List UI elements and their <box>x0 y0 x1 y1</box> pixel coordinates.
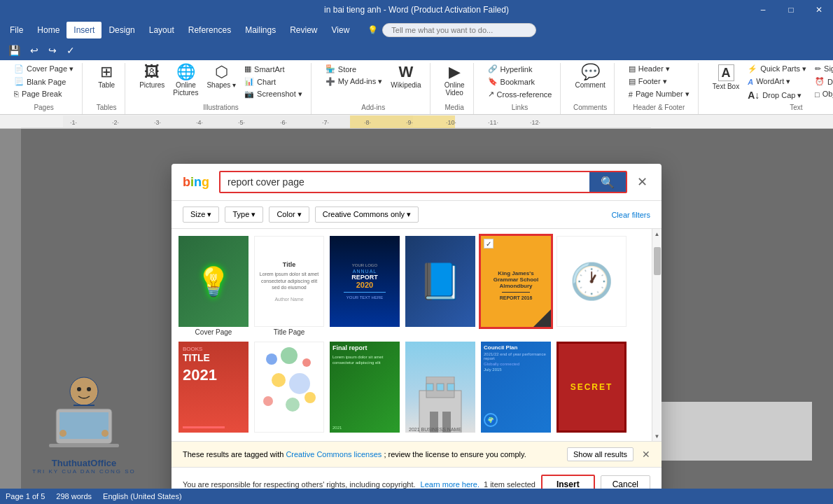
bookmark-btn[interactable]: 🔖 Bookmark <box>485 76 555 88</box>
date-time-btn[interactable]: ⏰ Date & Time <box>812 76 833 88</box>
blank-page-icon: 📃 <box>14 77 24 86</box>
creative-commons-filter-btn[interactable]: Creative Commons only ▾ <box>315 206 419 223</box>
color-filter-btn[interactable]: Color ▾ <box>269 206 309 223</box>
notification-close-btn[interactable]: ✕ <box>642 449 650 460</box>
svg-text:·7·: ·7· <box>322 119 329 126</box>
ruler: ·1· ·2· ·3· ·4· ·5· ·6· ·7· ·8· ·9· ·10·… <box>0 115 833 129</box>
scrollbar-vertical[interactable]: ▲ ▼ <box>652 229 662 441</box>
text-box-label: Text Box <box>713 83 739 90</box>
maximize-btn[interactable]: □ <box>777 0 805 20</box>
wordart-btn[interactable]: A WordArt ▾ <box>745 76 809 88</box>
store-btn[interactable]: 🏪 Store <box>323 63 385 75</box>
redo-btn[interactable]: ↪ <box>46 43 59 57</box>
chart-btn[interactable]: 📊 Chart <box>241 76 305 88</box>
online-video-btn[interactable]: ▶ OnlineVideo <box>442 63 468 98</box>
image-item-9[interactable]: Final report Lorem ipsum dolor sit amet … <box>328 340 401 435</box>
ribbon-group-media: ▶ OnlineVideo Media <box>436 63 474 114</box>
scroll-up-arrow[interactable]: ▲ <box>652 229 662 239</box>
title-text: in bai tieng anh - Word (Product Activat… <box>324 5 509 15</box>
filter-bar: Size ▾ Type ▾ Color ▾ Creative Commons o… <box>172 201 662 229</box>
object-btn[interactable]: □ Object ▾ <box>812 88 833 100</box>
type-filter-btn[interactable]: Type ▾ <box>225 206 263 223</box>
clear-filters-link[interactable]: Clear filters <box>611 211 650 219</box>
online-pictures-dialog: bing 🔍 ✕ Size ▾ Type ▾ Color ▾ Creati <box>172 164 662 489</box>
menu-file[interactable]: File <box>3 22 30 38</box>
image-item-12[interactable]: SECRET <box>555 340 628 435</box>
wikipedia-label: Wikipedia <box>391 81 421 89</box>
learn-more-link[interactable]: Learn more here. <box>421 480 479 489</box>
image-item-2[interactable]: Title Lorem ipsum dolor sit amet consect… <box>253 234 326 337</box>
close-btn[interactable]: ✕ <box>805 0 833 20</box>
menu-mailings[interactable]: Mailings <box>238 22 283 38</box>
ribbon: 📄 Cover Page ▾ 📃 Blank Page ⎘ Page Break… <box>0 60 833 115</box>
search-button[interactable]: 🔍 <box>589 172 626 192</box>
image-item-7[interactable]: BOOKS TITLE 2021 <box>177 340 250 435</box>
wikipedia-btn[interactable]: W Wikipedia <box>388 63 424 90</box>
tell-me-input[interactable] <box>382 23 536 37</box>
save-quick-btn[interactable]: 💾 <box>6 43 23 57</box>
scroll-thumb[interactable] <box>654 247 661 275</box>
menu-insert[interactable]: Insert <box>66 22 102 38</box>
page-number-label: Page Number ▾ <box>636 90 690 99</box>
title-page-img: Title Lorem ipsum dolor sit amet consect… <box>254 236 324 327</box>
svg-text:·12·: ·12· <box>530 119 540 126</box>
wordart-label: WordArt ▾ <box>756 77 790 86</box>
menu-references[interactable]: References <box>181 22 238 38</box>
creative-commons-link[interactable]: Creative Commons licenses <box>286 450 382 458</box>
size-filter-btn[interactable]: Size ▾ <box>183 206 219 223</box>
smartart-btn[interactable]: ▦ SmartArt <box>241 63 305 75</box>
table-label: Table <box>98 81 115 89</box>
menu-home[interactable]: Home <box>30 22 66 38</box>
hyperlink-btn[interactable]: 🔗 Hyperlink <box>485 63 555 75</box>
footer-label: Footer ▾ <box>638 77 667 86</box>
shapes-btn[interactable]: ⬡ Shapes ▾ <box>204 63 239 90</box>
text-box-btn[interactable]: A Text Box <box>710 63 742 92</box>
image-item-5[interactable]: ✓ King James'sGrammar SchoolAlmondbury R… <box>479 234 552 337</box>
page-break-btn[interactable]: ⎘ Page Break <box>11 88 76 99</box>
header-btn[interactable]: ▤ Header ▾ <box>626 63 692 75</box>
online-video-label: OnlineVideo <box>444 81 465 97</box>
ruler-svg: ·1· ·2· ·3· ·4· ·5· ·6· ·7· ·8· ·9· ·10·… <box>21 115 651 128</box>
show-all-results-btn[interactable]: Show all results <box>567 447 634 461</box>
page-number-btn[interactable]: # Page Number ▾ <box>626 88 692 100</box>
modal-close-btn[interactable]: ✕ <box>634 172 650 192</box>
image-item-4[interactable]: 📘 <box>404 234 477 337</box>
footer-btn[interactable]: ▤ Footer ▾ <box>626 76 692 88</box>
footer-icon: ▤ <box>629 77 636 86</box>
cross-ref-btn[interactable]: ↗ Cross-reference <box>485 88 555 100</box>
table-btn[interactable]: ⊞ Table <box>94 63 119 90</box>
pictures-btn[interactable]: 🖼 Pictures <box>136 63 167 90</box>
my-addins-btn[interactable]: ➕ My Add-ins ▾ <box>323 76 385 88</box>
image-item-8[interactable] <box>253 340 326 435</box>
menu-view[interactable]: View <box>325 22 357 38</box>
screenshot-btn[interactable]: 📷 Screenshot ▾ <box>241 88 305 100</box>
search-input[interactable] <box>220 172 589 192</box>
comment-btn[interactable]: 💬 Comment <box>572 63 608 90</box>
minimize-btn[interactable]: – <box>749 0 777 20</box>
checkmark-btn[interactable]: ✓ <box>64 43 78 57</box>
menu-layout[interactable]: Layout <box>142 22 181 38</box>
signature-line-label: Signature Line ▾ <box>824 64 833 74</box>
screenshot-icon: 📷 <box>244 90 254 99</box>
menu-review[interactable]: Review <box>283 22 324 38</box>
drop-cap-btn[interactable]: A↓ Drop Cap ▾ <box>745 88 809 102</box>
cover-page-btn[interactable]: 📄 Cover Page ▾ <box>11 63 76 75</box>
cancel-button[interactable]: Cancel <box>601 475 650 489</box>
signature-line-btn[interactable]: ✏ Signature Line ▾ <box>812 63 833 75</box>
blank-page-btn[interactable]: 📃 Blank Page <box>11 76 76 88</box>
insert-button[interactable]: Insert <box>541 475 595 489</box>
image-box-5: ✓ King James'sGrammar SchoolAlmondbury R… <box>481 236 551 327</box>
image-item-10[interactable]: 2021 BUSINESS NAME <box>404 340 477 435</box>
image-box-8 <box>254 342 324 433</box>
image-item-11[interactable]: Council Plan 2021/22 end of year perform… <box>479 340 552 435</box>
footer-actions: 1 item selected Insert Cancel <box>484 475 650 489</box>
online-pictures-btn[interactable]: 🌐 OnlinePictures <box>170 63 201 98</box>
image-item-6[interactable]: 🕐 <box>555 234 628 337</box>
image-item-1[interactable]: 💡 Cover Page <box>177 234 250 337</box>
signature-line-icon: ✏ <box>815 64 821 74</box>
menu-design[interactable]: Design <box>102 22 141 38</box>
undo-btn[interactable]: ↩ <box>27 43 41 57</box>
scroll-down-arrow[interactable]: ▼ <box>652 431 662 441</box>
image-item-3[interactable]: YOUR LOGO ANNUAL REPORT 2020 YOUR TEXT H… <box>328 234 401 337</box>
quick-parts-btn[interactable]: ⚡ Quick Parts ▾ <box>745 63 809 75</box>
